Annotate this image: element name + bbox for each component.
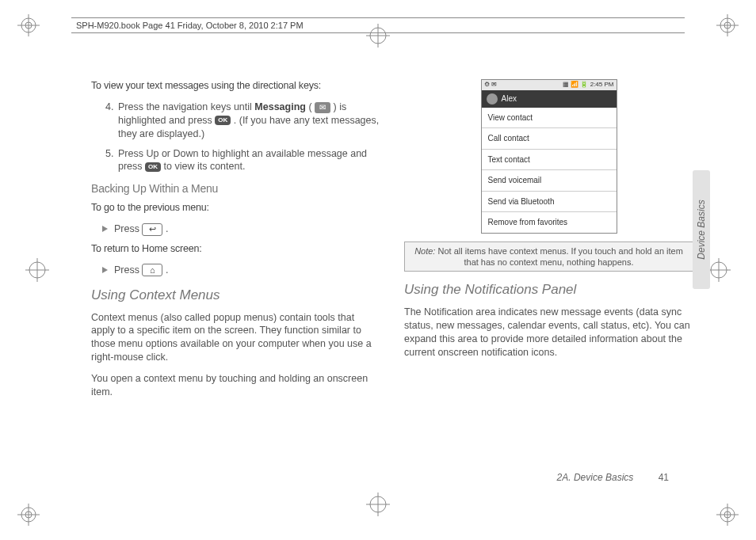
step-number: 5.	[105, 147, 118, 174]
menu-item-send-voicemail: Send voicemail	[482, 170, 617, 192]
book-header: SPH-M920.book Page 41 Friday, October 8,…	[71, 17, 685, 33]
triangle-bullet-icon	[102, 226, 108, 232]
register-mark-icon	[25, 258, 49, 282]
ok-key-icon: OK	[215, 116, 231, 125]
menu-item-call-contact: Call contact	[482, 128, 617, 150]
heading-backing-up: Backing Up Within a Menu	[91, 181, 380, 196]
footer-section: 2A. Device Basics	[557, 472, 634, 483]
register-mark-icon	[707, 258, 731, 282]
crop-mark-icon	[716, 14, 739, 36]
menu-item-remove-favorites: Remove from favorites	[482, 212, 617, 233]
goto-prev-text: To go to the previous menu:	[91, 201, 380, 215]
press-home-line: Press ⌂ .	[102, 264, 380, 277]
menu-item-view-contact: View contact	[482, 108, 617, 129]
page-content: To view your text messages using the dir…	[91, 79, 693, 483]
note-text: Not all items have context menus. If you…	[435, 246, 682, 267]
context-paragraph-1: Context menus (also called popup menus) …	[91, 311, 380, 365]
crop-mark-icon	[17, 504, 40, 526]
home-key-icon: ⌂	[142, 264, 162, 276]
step-text: (	[306, 101, 315, 112]
step-list: 4. Press the navigation keys until Messa…	[105, 101, 380, 173]
context-paragraph-2: You open a context menu by touching and …	[91, 372, 380, 399]
ok-key-icon: OK	[145, 162, 161, 172]
phone-screenshot: ⚙ ✉ ▦ 📶 🔋 2:45 PM Alex View contact Call…	[481, 79, 617, 234]
left-column: To view your text messages using the dir…	[91, 79, 380, 483]
step-4: 4. Press the navigation keys until Messa…	[105, 101, 380, 141]
crop-mark-icon	[716, 504, 739, 526]
section-tab-label: Device Basics	[696, 200, 707, 259]
status-right-icons: ▦ 📶 🔋 2:45 PM	[563, 81, 613, 89]
right-column: ⚙ ✉ ▦ 📶 🔋 2:45 PM Alex View contact Call…	[404, 79, 693, 483]
section-tab: Device Basics	[693, 170, 710, 289]
crop-mark-icon	[17, 14, 40, 36]
step-text: Press the navigation keys until	[118, 101, 254, 112]
triangle-bullet-icon	[102, 267, 108, 273]
step-text: to view its content.	[164, 161, 246, 172]
status-left-icons: ⚙ ✉	[484, 81, 497, 89]
phone-context-header: Alex	[482, 90, 617, 108]
heading-context-menus: Using Context Menus	[91, 287, 380, 305]
menu-item-text-contact: Text contact	[482, 150, 617, 171]
note-label: Note:	[414, 246, 435, 256]
intro-text: To view your text messages using the dir…	[91, 79, 380, 93]
press-label: Press	[114, 223, 142, 234]
back-key-icon: ↩	[142, 223, 162, 236]
return-home-text: To return to Home screen:	[91, 242, 380, 256]
note-box: Note: Not all items have context menus. …	[404, 241, 693, 272]
press-back-line: Press ↩ .	[102, 222, 380, 236]
messaging-label: Messaging	[254, 101, 306, 112]
menu-item-send-bluetooth: Send via Bluetooth	[482, 192, 617, 213]
register-mark-icon	[366, 492, 390, 516]
avatar-icon	[487, 93, 498, 105]
press-label: Press	[114, 264, 142, 276]
step-number: 4.	[105, 101, 118, 141]
phone-status-bar: ⚙ ✉ ▦ 📶 🔋 2:45 PM	[482, 80, 617, 90]
messaging-icon	[315, 102, 330, 113]
page-footer: 2A. Device Basics 41	[557, 472, 669, 483]
notifications-paragraph: The Notification area indicates new mess…	[404, 306, 693, 359]
heading-notifications-panel: Using the Notifications Panel	[404, 281, 693, 299]
step-5: 5. Press Up or Down to highlight an avai…	[105, 147, 380, 174]
page-number: 41	[659, 472, 669, 483]
contact-name: Alex	[502, 93, 517, 105]
